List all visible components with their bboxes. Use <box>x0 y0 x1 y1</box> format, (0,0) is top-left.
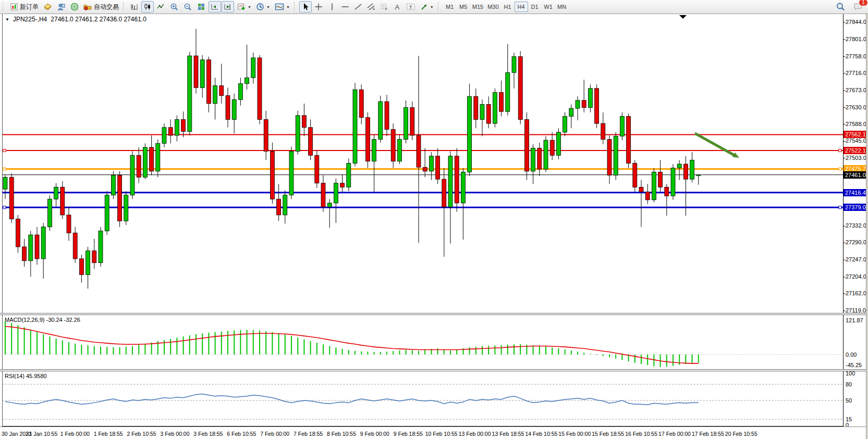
time-axis-label: 15 Feb 18:55 <box>592 431 624 437</box>
candle-body <box>690 160 694 179</box>
macd-panel[interactable] <box>0 315 846 369</box>
rsi-scale-label: 50 <box>846 397 852 404</box>
timeframe-d1[interactable]: D1 <box>528 2 542 12</box>
price-tick-label: 27162.0 <box>846 290 866 296</box>
candle-body <box>461 172 465 203</box>
time-axis-label: 9 Feb 18:55 <box>394 431 423 437</box>
candle-body <box>29 235 33 261</box>
time-axis-label: 8 Feb 10:55 <box>327 431 356 437</box>
candle-body <box>283 195 287 215</box>
timeframe-m30[interactable]: M30 <box>485 2 500 12</box>
chart-shift-button[interactable] <box>222 1 234 12</box>
macd-label: MACD(12,26,9) -30.24 -32.26 <box>5 317 80 323</box>
candle-body <box>531 148 535 171</box>
profile-button[interactable] <box>55 1 68 12</box>
chart-title[interactable]: ▼ JPN225-,H4 27461.0 27461.2 27436.0 274… <box>5 16 146 23</box>
new-order-button[interactable]: 新订单 <box>8 1 41 12</box>
price-axis[interactable]: 27844.027801.027758.027716.027673.027630… <box>843 14 866 427</box>
periods-icon <box>256 3 264 11</box>
candle-body <box>99 231 103 262</box>
time-axis-label: 17 Feb 00:00 <box>658 431 691 437</box>
timeframe-h1[interactable]: H1 <box>501 2 515 12</box>
toolbar-grip[interactable] <box>3 2 6 11</box>
toolbar-grip[interactable] <box>438 2 441 11</box>
notifications-button[interactable]: 1 <box>851 1 865 12</box>
text-button[interactable]: A <box>391 1 404 12</box>
macd-scale-label: 0.00 <box>846 352 857 358</box>
candle-body <box>238 84 242 100</box>
line-handle[interactable] <box>3 206 6 209</box>
search-button[interactable] <box>834 1 847 12</box>
chart-window[interactable]: ▼ JPN225-,H4 27461.0 27461.2 27436.0 274… <box>0 14 868 439</box>
main-chart[interactable] <box>0 14 846 313</box>
candle-body <box>614 136 618 175</box>
auto-trading-button[interactable]: 自动交易 <box>81 1 121 12</box>
cursor-button[interactable] <box>299 1 312 12</box>
periods-button[interactable]: ▼ <box>254 1 272 12</box>
timeframe-m15[interactable]: M15 <box>470 2 485 12</box>
candle-body <box>277 199 281 215</box>
candle-body <box>423 167 427 171</box>
rsi-panel[interactable] <box>0 371 846 427</box>
tile-windows-button[interactable] <box>195 1 207 12</box>
line-handle[interactable] <box>839 206 841 209</box>
price-tick-label: 27545.0 <box>846 137 866 144</box>
line-chart-button[interactable] <box>154 1 167 12</box>
price-tick-label: 27844.0 <box>846 19 866 25</box>
candlestick-chart-button[interactable] <box>141 1 154 12</box>
text-label-button[interactable]: T <box>404 1 418 12</box>
time-axis-label: 13 Feb 00:00 <box>459 431 491 437</box>
timeframe-m5[interactable]: M5 <box>457 2 470 12</box>
arrows-button[interactable]: ▼ <box>418 1 436 12</box>
candle-body <box>683 164 688 179</box>
candle-body <box>493 92 497 123</box>
timeframe-h4[interactable]: H4 <box>515 2 528 12</box>
candle-body <box>455 156 459 203</box>
candle-body <box>569 108 573 116</box>
line-handle[interactable] <box>839 149 841 152</box>
candle-body <box>162 128 166 144</box>
chevron-down-icon[interactable]: ▼ <box>5 17 9 22</box>
rsi-label: RSI(14) 45.9580 <box>5 373 47 379</box>
timeframe-m1[interactable]: M1 <box>443 2 457 12</box>
candle-body <box>671 168 675 196</box>
bar-chart-button[interactable] <box>128 1 141 12</box>
equidistant-channel-button[interactable]: E <box>365 1 377 12</box>
candle-body <box>436 156 440 179</box>
candle-body <box>391 130 395 161</box>
candle-body <box>410 108 414 135</box>
auto-scroll-button[interactable] <box>209 1 221 12</box>
timeframe-group: M1M5M15M30H1H4D1W1MN <box>443 2 569 12</box>
templates-button[interactable]: ▼ <box>273 1 292 12</box>
trendline-button[interactable] <box>352 1 364 12</box>
zoom-in-button[interactable] <box>168 1 181 12</box>
candle-body <box>213 85 217 103</box>
price-tick-label: 27673.0 <box>846 87 866 93</box>
line-handle[interactable] <box>3 149 6 152</box>
crosshair-button[interactable] <box>312 1 325 12</box>
macd-scale-label: 121.87 <box>846 317 863 323</box>
bar-chart-icon <box>130 3 139 11</box>
toolbar-grip[interactable] <box>123 2 126 11</box>
toolbar-grip[interactable] <box>294 2 297 11</box>
line-handle[interactable] <box>3 168 6 170</box>
candle-body <box>677 164 681 168</box>
vline-icon <box>328 3 336 11</box>
candle-body <box>270 152 274 199</box>
vertical-line-button[interactable] <box>326 1 338 12</box>
marketwatch-button[interactable] <box>41 1 54 12</box>
time-axis[interactable]: 30 Jan 202331 Jan 10:551 Feb 00:001 Feb … <box>0 427 866 439</box>
chart-symbol: JPN225-,H4 <box>13 16 47 23</box>
candle-body <box>200 60 204 87</box>
line-handle[interactable] <box>839 168 841 170</box>
fibonacci-button[interactable]: F <box>378 1 390 12</box>
candle-body <box>537 148 542 169</box>
horizontal-line-button[interactable] <box>339 1 351 12</box>
timeframe-w1[interactable]: W1 <box>542 2 555 12</box>
candle-body <box>188 56 192 131</box>
signal-button[interactable] <box>68 1 81 12</box>
zoom-out-button[interactable] <box>181 1 194 12</box>
timeframe-mn[interactable]: MN <box>555 2 569 12</box>
chevron-down-icon: ▼ <box>248 5 251 9</box>
indicators-button[interactable]: ▼ <box>235 1 253 12</box>
